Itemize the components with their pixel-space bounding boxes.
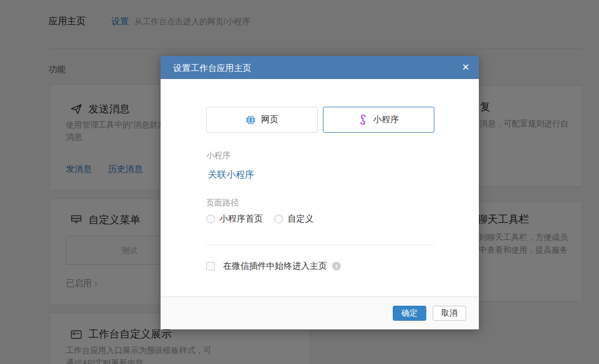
globe-icon [245,115,256,125]
tab-miniprogram[interactable]: 小程序 [323,107,434,133]
dialog-body: 网页 小程序 小程序 关联小程序 页面路径 小程序首页 [161,79,479,297]
dialog-header: 设置工作台应用主页 ✕ [161,56,479,79]
dialog-title: 设置工作台应用主页 [173,63,251,74]
associate-miniprogram-link[interactable]: 关联小程序 [208,169,254,181]
confirm-button[interactable]: 确定 [393,306,426,321]
page-path-label: 页面路径 [206,198,239,208]
section-divider [206,245,434,245]
page-path-options: 小程序首页 自定义 [206,213,314,224]
tab-webpage[interactable]: 网页 [206,107,318,133]
radio-label: 自定义 [288,213,314,224]
checkbox-label: 在微信插件中始终进入主页 [223,261,327,272]
miniprogram-icon [358,115,368,125]
cancel-button[interactable]: 取消 [433,306,466,321]
close-icon[interactable]: ✕ [462,62,470,73]
radio-miniprogram-home[interactable]: 小程序首页 [206,213,263,224]
radio-label: 小程序首页 [219,213,263,224]
homepage-type-tabs: 网页 小程序 [206,107,434,133]
always-enter-homepage-row: 在微信插件中始终进入主页 i [206,261,341,272]
radio-button-icon[interactable] [206,215,215,223]
app-homepage-settings-page: 应用主页 设置 从工作台点击进入的网页/小程序 功能 发送消息 使用管理工具中的… [0,0,599,364]
dialog-footer: 确定 取消 [161,297,479,329]
set-workbench-homepage-dialog: 设置工作台应用主页 ✕ 网页 小程序 小程序 关联小程序 [161,56,479,329]
miniprogram-field-label: 小程序 [206,151,230,161]
info-icon[interactable]: i [332,262,341,271]
checkbox-icon[interactable] [206,262,215,271]
tab-label: 网页 [261,114,278,125]
radio-button-icon[interactable] [274,215,283,223]
radio-custom-path[interactable]: 自定义 [274,213,314,224]
tab-label: 小程序 [373,114,399,125]
